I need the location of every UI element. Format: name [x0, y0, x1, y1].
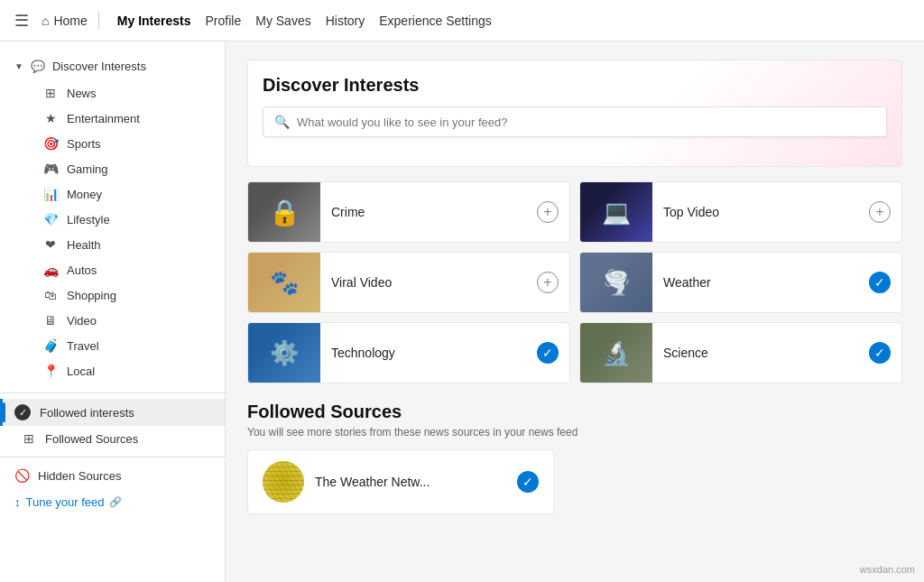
home-icon: ⌂ — [42, 14, 49, 28]
sidebar-item-local[interactable]: 📍 Local — [0, 358, 225, 383]
sidebar-item-health[interactable]: ❤ Health — [0, 232, 225, 257]
triangle-icon: ▼ — [14, 61, 23, 71]
science-check-button[interactable]: ✓ — [869, 342, 891, 364]
main-content: Discover Interests 🔍 Crime + Top Video + — [226, 42, 924, 582]
crime-image — [248, 182, 320, 242]
home-label: Home — [53, 14, 87, 28]
sidebar-divider-2 — [0, 457, 225, 457]
money-icon: 📊 — [43, 187, 58, 201]
nav-profile[interactable]: Profile — [199, 0, 249, 42]
source-card-weather-network[interactable]: The Weather Netw... ✓ — [247, 449, 554, 514]
nav-home[interactable]: ⌂ Home — [42, 14, 88, 28]
external-link-icon: 🔗 — [109, 496, 122, 508]
discover-icon: 💬 — [31, 60, 45, 73]
sidebar-item-sports[interactable]: 🎯 Sports — [0, 131, 225, 156]
search-input[interactable] — [297, 115, 875, 129]
tech-image — [248, 323, 320, 383]
sidebar-divider-1 — [0, 393, 225, 393]
sidebar-item-followed-sources[interactable]: ⊞ Followed Sources — [0, 426, 225, 451]
nav-my-interests[interactable]: My Interests — [110, 0, 199, 42]
followed-sources-section: Followed Sources You will see more stori… — [247, 402, 902, 514]
hidden-sources-icon: 🚫 — [14, 468, 29, 483]
news-icon: ⊞ — [43, 86, 58, 100]
sidebar-item-shopping[interactable]: 🛍 Shopping — [0, 282, 225, 308]
health-icon: ❤ — [43, 237, 58, 252]
followed-sources-title: Followed Sources — [247, 402, 902, 422]
sidebar-item-hidden-sources[interactable]: 🚫 Hidden Sources — [0, 463, 225, 488]
video-icon: 🖥 — [43, 313, 58, 328]
hamburger-icon[interactable]: ☰ — [14, 11, 29, 31]
sidebar-item-entertainment[interactable]: ★ Entertainment — [0, 106, 225, 131]
sidebar-item-autos[interactable]: 🚗 Autos — [0, 257, 225, 282]
technology-label: Technology — [320, 346, 537, 360]
interest-card-viral[interactable]: Viral Video + — [247, 252, 570, 313]
sidebar-item-money[interactable]: 📊 Money — [0, 181, 225, 207]
interest-card-crime[interactable]: Crime + — [247, 181, 570, 243]
interest-card-weather[interactable]: Weather ✓ — [579, 252, 902, 313]
local-icon: 📍 — [43, 364, 58, 378]
shopping-icon: 🛍 — [43, 288, 58, 302]
science-label: Science — [652, 346, 869, 360]
science-image — [580, 323, 652, 383]
nav-separator — [98, 12, 99, 30]
topvideo-action[interactable]: + — [869, 201, 901, 223]
topvideo-label: Top Video — [652, 205, 869, 219]
sidebar-item-lifestyle[interactable]: 💎 Lifestyle — [0, 207, 225, 232]
discover-label: Discover Interests — [52, 60, 146, 73]
weather-network-check-button[interactable]: ✓ — [517, 471, 539, 493]
nav-experience-settings[interactable]: Experience Settings — [372, 0, 499, 42]
viral-label: Viral Video — [320, 275, 537, 290]
hidden-sources-label: Hidden Sources — [38, 469, 122, 483]
technology-action[interactable]: ✓ — [537, 342, 569, 364]
layout: ▼ 💬 Discover Interests ⊞ News ★ Entertai… — [0, 42, 924, 582]
sidebar: ▼ 💬 Discover Interests ⊞ News ★ Entertai… — [0, 42, 226, 582]
discover-title: Discover Interests — [263, 75, 887, 96]
viral-add-button[interactable]: + — [537, 272, 559, 293]
followed-interests-label: Followed interests — [40, 406, 134, 420]
sidebar-item-travel[interactable]: 🧳 Travel — [0, 333, 225, 358]
interest-card-topvideo[interactable]: Top Video + — [579, 181, 902, 243]
sidebar-item-followed-interests[interactable]: Followed interests — [0, 399, 225, 426]
sports-icon: 🎯 — [43, 136, 58, 151]
weather-label: Weather — [652, 275, 869, 290]
discover-section: ▼ 💬 Discover Interests ⊞ News ★ Entertai… — [0, 49, 225, 387]
weather-network-name: The Weather Netw... — [315, 475, 506, 489]
weather-image — [580, 253, 652, 312]
technology-check-button[interactable]: ✓ — [537, 342, 559, 364]
top-nav: ☰ ⌂ Home My Interests Profile My Saves H… — [0, 0, 924, 42]
interest-grid: Crime + Top Video + Viral Video + — [247, 181, 902, 383]
viral-action[interactable]: + — [537, 272, 569, 293]
sidebar-item-gaming[interactable]: 🎮 Gaming — [0, 156, 225, 181]
nav-my-saves[interactable]: My Saves — [248, 0, 318, 42]
crime-add-button[interactable]: + — [537, 201, 559, 223]
discover-parent[interactable]: ▼ 💬 Discover Interests — [0, 52, 225, 80]
autos-icon: 🚗 — [43, 263, 58, 277]
search-box[interactable]: 🔍 — [263, 106, 887, 137]
travel-icon: 🧳 — [43, 338, 58, 353]
gaming-icon: 🎮 — [43, 162, 58, 176]
discover-header-area: Discover Interests 🔍 — [247, 60, 902, 167]
crime-label: Crime — [320, 205, 537, 219]
topvideo-image — [580, 182, 652, 242]
interest-card-technology[interactable]: Technology ✓ — [247, 322, 570, 383]
sidebar-item-news[interactable]: ⊞ News — [0, 80, 225, 106]
tune-icon: ↕ — [14, 495, 21, 509]
interest-card-science[interactable]: Science ✓ — [579, 322, 902, 383]
weather-check-button[interactable]: ✓ — [869, 272, 891, 293]
tune-feed-link[interactable]: ↕ Tune your feed 🔗 — [0, 488, 225, 516]
nav-history[interactable]: History — [319, 0, 373, 42]
weather-network-logo — [263, 461, 304, 503]
entertainment-icon: ★ — [43, 111, 58, 125]
crime-action[interactable]: + — [537, 201, 569, 223]
weather-action[interactable]: ✓ — [869, 272, 901, 293]
topvideo-add-button[interactable]: + — [869, 201, 891, 223]
followed-sources-label: Followed Sources — [45, 432, 138, 446]
followed-sources-desc: You will see more stories from these new… — [247, 426, 902, 439]
search-icon: 🔍 — [274, 115, 290, 129]
viral-image — [248, 253, 320, 312]
science-action[interactable]: ✓ — [869, 342, 901, 364]
lifestyle-icon: 💎 — [43, 212, 58, 226]
sidebar-item-video[interactable]: 🖥 Video — [0, 308, 225, 333]
followed-sources-icon: ⊞ — [22, 431, 36, 446]
watermark: wsxdan.com — [860, 564, 915, 575]
